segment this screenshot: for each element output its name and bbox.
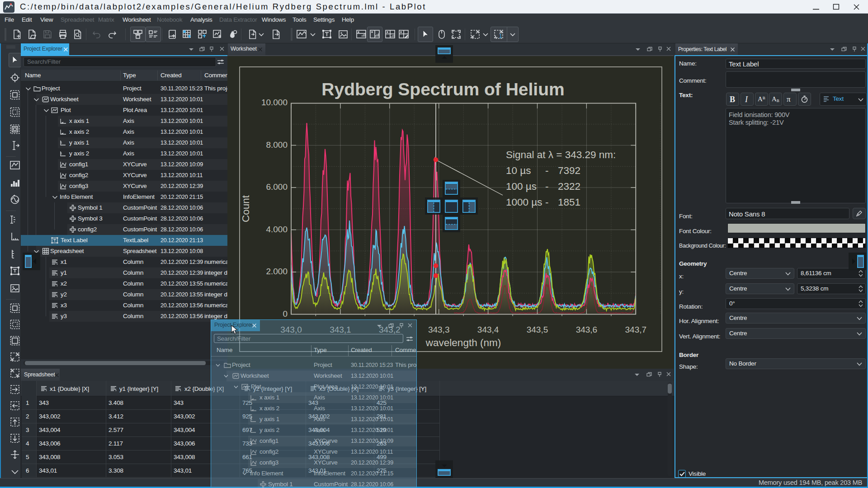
svg-text:-: - xyxy=(545,181,549,192)
svg-text:2.000: 2.000 xyxy=(266,267,288,276)
svg-text:1000 µs: 1000 µs xyxy=(506,197,542,208)
svg-text:-: - xyxy=(545,165,549,176)
svg-text:-: - xyxy=(545,197,549,208)
svg-text:343,5: 343,5 xyxy=(527,325,548,334)
svg-text:343,4: 343,4 xyxy=(477,325,499,334)
svg-text:343,7: 343,7 xyxy=(625,325,647,334)
svg-text:Signal at λ = 343.29 nm:: Signal at λ = 343.29 nm: xyxy=(506,149,616,160)
svg-text:343,3: 343,3 xyxy=(428,325,450,334)
svg-text:4.000: 4.000 xyxy=(266,225,288,234)
svg-text:1: 1 xyxy=(499,33,502,39)
svg-text:Count: Count xyxy=(240,195,251,222)
svg-text:Rydberg Spectrum of Helium: Rydberg Spectrum of Helium xyxy=(321,80,564,99)
svg-text:8.000: 8.000 xyxy=(266,140,288,150)
svg-text:7392: 7392 xyxy=(558,165,580,176)
svg-text:6.000: 6.000 xyxy=(266,182,288,192)
svg-text:wavelength (nm): wavelength (nm) xyxy=(425,337,501,348)
svg-text:100 µs: 100 µs xyxy=(506,181,537,192)
svg-text:10.000: 10.000 xyxy=(261,98,288,107)
svg-text:0: 0 xyxy=(283,309,288,319)
svg-text:1851: 1851 xyxy=(558,197,580,208)
svg-text:343,6: 343,6 xyxy=(576,325,598,334)
svg-text:2322: 2322 xyxy=(558,181,580,192)
svg-text:10 µs: 10 µs xyxy=(506,165,531,176)
